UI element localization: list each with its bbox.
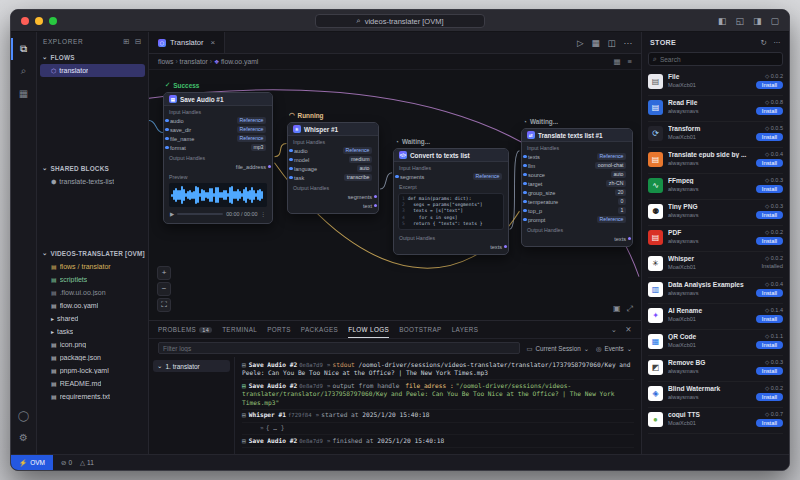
log-row[interactable]: ▤Save Audio #20e8a7d9»output from handle… (242, 380, 634, 410)
flow-canvas[interactable]: +−⛶ ▣⤢ ✓Success▤Save Audio #1Input Handl… (149, 70, 641, 320)
seek-bar[interactable] (177, 213, 223, 215)
player-menu-icon[interactable]: ⋮ (261, 211, 266, 217)
panel-tab-problems[interactable]: PROBLEMS14 (158, 321, 212, 338)
install-button[interactable]: Install (756, 211, 783, 219)
panel-tab-packages[interactable]: PACKAGES (301, 321, 338, 338)
panel-chevron-down-icon[interactable]: ⌄ (611, 325, 618, 334)
store-box-icon[interactable]: ▦ (11, 82, 37, 104)
maximize-window-button[interactable] (49, 17, 57, 25)
play-button[interactable]: ▶ (170, 211, 174, 217)
node-save-audio-1[interactable]: ✓Success▤Save Audio #1Input Handlesaudio… (163, 80, 273, 224)
in-handle[interactable] (523, 218, 527, 222)
value-pill[interactable]: Reference (473, 173, 502, 180)
node-whisper-1[interactable]: ◠Running✳Whisper #1Input HandlesaudioRef… (287, 110, 379, 214)
in-handle[interactable] (165, 146, 169, 150)
session-select[interactable]: ▭ Current Session ⌄ (527, 345, 589, 352)
layout-secondary-icon[interactable]: ◨ (753, 16, 762, 26)
store-item-tiny-png[interactable]: ⚉Tiny PNGalwaysmavs◇ 0.0.3Install (648, 200, 783, 226)
value-pill[interactable]: Reference (237, 135, 266, 142)
in-handle[interactable] (523, 200, 527, 204)
outline-icon[interactable]: ≡ (628, 57, 632, 66)
filter-logs-input[interactable] (158, 342, 520, 354)
tree-item-flow-oo-yaml[interactable]: ▤flow.oo.yaml (40, 299, 145, 312)
more-actions-icon[interactable]: ⋯ (624, 38, 633, 48)
tree-item-tasks[interactable]: ▸tasks (40, 325, 145, 338)
tree-item-pnpm-lock-yaml[interactable]: ▤pnpm-lock.yaml (40, 364, 145, 377)
store-item-translate-epub-side-by-[interactable]: ▤Translate epub side by ...alwaysmavs◇ 0… (648, 148, 783, 174)
out-handle[interactable] (628, 237, 632, 241)
layout-grid-icon[interactable]: ▦ (591, 38, 599, 48)
remote-indicator[interactable]: ⚡ OVM (11, 455, 53, 470)
panel-tab-flow-logs[interactable]: FLOW LOGS (348, 321, 389, 338)
install-button[interactable]: Install (756, 419, 783, 427)
customize-layout-icon[interactable]: ▢ (770, 16, 779, 26)
store-item-qr-code[interactable]: ▦QR CodeMoaiXcb01◇ 0.1.1Install (648, 330, 783, 356)
value-pill[interactable]: medium (349, 156, 372, 163)
code-excerpt[interactable]: 1def main(params: dict):2 segs = params[… (398, 193, 504, 230)
value-pill[interactable]: auto (357, 165, 372, 172)
in-handle[interactable] (395, 175, 399, 179)
in-handle[interactable] (165, 137, 169, 141)
node-title[interactable]: ▤Save Audio #1 (164, 93, 272, 106)
new-file-icon[interactable]: ⊞ (123, 37, 130, 46)
in-handle[interactable] (289, 158, 293, 162)
zoom-out-button[interactable]: − (157, 282, 171, 296)
value-pill[interactable]: Reference (237, 126, 266, 133)
value-pill[interactable]: Reference (597, 216, 626, 223)
zoom-fit-button[interactable]: ⛶ (157, 298, 171, 312)
panel-tab-bootstrap[interactable]: BOOTSTRAP (399, 321, 441, 338)
run-flow-icon[interactable]: ▷ (577, 38, 584, 48)
zoom-in-button[interactable]: + (157, 266, 171, 280)
in-handle[interactable] (289, 176, 293, 180)
collapse-all-icon[interactable]: ⊟ (135, 37, 142, 46)
store-more-icon[interactable]: ⋯ (773, 38, 781, 47)
tree-item-shared[interactable]: ▸shared (40, 312, 145, 325)
layout-sidebar-icon[interactable]: ◧ (718, 16, 727, 26)
tree-item-requirements-txt[interactable]: ▤requirements.txt (40, 390, 145, 403)
node-convert-to-texts-list[interactable]: ◔Waiting...</>Convert to texts listInput… (393, 136, 509, 255)
out-handle[interactable] (374, 195, 378, 199)
value-pill[interactable]: 1 (618, 207, 626, 214)
tree-item-translator[interactable]: ⬡translator (40, 64, 145, 77)
install-button[interactable]: Install (756, 289, 783, 297)
in-handle[interactable] (289, 167, 293, 171)
tree-item-readme-md[interactable]: ▤README.md (40, 377, 145, 390)
value-pill[interactable]: mp3 (251, 144, 266, 151)
store-item-read-file[interactable]: ▤Read Filealwaysmavs◇ 0.0.8Install (648, 96, 783, 122)
explorer-icon[interactable]: ⧉ (11, 38, 37, 60)
tree-item-icon-png[interactable]: ▤icon.png (40, 338, 145, 351)
install-button[interactable]: Install (756, 107, 783, 115)
install-button[interactable]: Install (756, 185, 783, 193)
store-item-ffmpeg[interactable]: ∿FFmpegalwaysmavs◇ 0.0.3Install (648, 174, 783, 200)
breadcrumb-item[interactable]: flow.oo.yaml (221, 58, 258, 65)
install-button[interactable]: Install (756, 393, 783, 401)
install-button[interactable]: Install (756, 367, 783, 375)
in-handle[interactable] (289, 149, 293, 153)
tree-item-package-json[interactable]: ▤package.json (40, 351, 145, 364)
install-button[interactable]: Install (756, 237, 783, 245)
log-row[interactable]: ▤Whisper #1f729f84»started at 2025/1/20 … (242, 410, 634, 423)
tab-translator[interactable]: ⬡ Translator × (149, 32, 225, 53)
expand-icon[interactable]: » (260, 424, 264, 431)
in-handle[interactable] (523, 209, 527, 213)
in-handle[interactable] (523, 191, 527, 195)
node-title[interactable]: ✳Whisper #1 (288, 123, 378, 136)
value-pill[interactable]: Reference (597, 153, 626, 160)
install-button[interactable]: Install (756, 81, 783, 89)
log-row[interactable]: ▤Save Audio #20e8a7d9»finished at 2025/1… (242, 435, 634, 448)
minimap-toggle-icon[interactable]: ▦ (614, 57, 621, 66)
value-pill[interactable]: oomol-chat (595, 162, 626, 169)
tree-item-flows-translator[interactable]: ▤flows / translator (40, 260, 145, 273)
store-item-file[interactable]: ▤FileMoaiXcb01◇ 0.0.2Install (648, 70, 783, 96)
in-handle[interactable] (165, 128, 169, 132)
store-search-input[interactable] (660, 56, 778, 63)
panel-tab-ports[interactable]: PORTS (267, 321, 291, 338)
log-row[interactable]: ▤Save Audio #20e8a7d9»stdout /oomol-driv… (242, 359, 634, 380)
node-title[interactable]: </>Convert to texts list (394, 149, 508, 162)
node-translate-texts-list-1[interactable]: ◔Waiting...⇄Translate texts list #1Input… (521, 116, 633, 247)
events-select[interactable]: ◎ Events ⌄ (596, 345, 632, 352)
section-videos-translater-ovm-[interactable]: ⌄VIDEOS-TRANSLATER [OVM] (37, 246, 148, 260)
log-row[interactable]: »{ … } (242, 423, 634, 436)
value-pill[interactable]: Reference (343, 147, 372, 154)
split-editor-icon[interactable]: ◫ (607, 38, 615, 48)
